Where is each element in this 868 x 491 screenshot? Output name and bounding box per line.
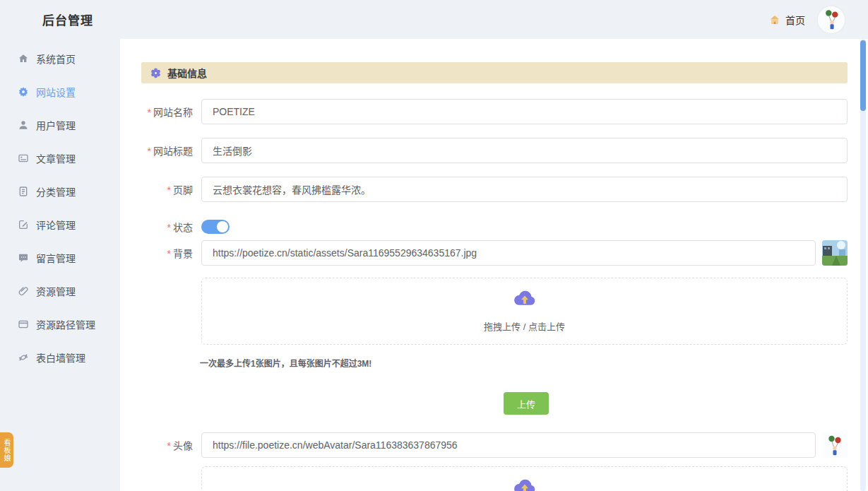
sidebar-item-label: 表白墙管理 bbox=[36, 350, 85, 365]
sidebar-item-comment-management[interactable]: 评论管理 bbox=[0, 208, 120, 241]
required-asterisk: * bbox=[167, 222, 171, 233]
user-icon bbox=[18, 119, 29, 131]
sidebar-item-label: 网站设置 bbox=[36, 85, 76, 99]
gear-icon bbox=[18, 86, 29, 97]
avatar-thumbnail[interactable] bbox=[822, 432, 848, 458]
toggle-knob bbox=[217, 221, 228, 232]
header-right: 首页 bbox=[768, 6, 845, 33]
footer-input[interactable] bbox=[201, 177, 848, 202]
sidebar-item-confession-wall-management[interactable]: 表白墙管理 bbox=[0, 341, 120, 374]
home-link-label: 首页 bbox=[785, 13, 805, 27]
avatar-upload-dropzone[interactable]: 拖拽上传 / 点击上传 bbox=[201, 466, 848, 491]
cloud-upload-icon bbox=[512, 474, 537, 491]
status-toggle[interactable] bbox=[201, 220, 230, 234]
background-upload-dropzone[interactable]: 拖拽上传 / 点击上传 bbox=[201, 278, 848, 345]
form-row-avatar: *头像 bbox=[138, 432, 848, 458]
form-row-site-title: *网站标题 bbox=[138, 138, 848, 163]
top-header: 后台管理 首页 bbox=[0, 0, 868, 39]
candy-icon bbox=[18, 352, 29, 363]
background-url-input[interactable] bbox=[201, 240, 816, 266]
landscape-thumbnail-image bbox=[822, 240, 848, 266]
upload-tip: 一次最多上传1张图片，且每张图片不超过3M! bbox=[200, 357, 371, 369]
sidebar: 系统首页 网站设置 用户管理 文章管理 分类管理 评论管理 bbox=[0, 39, 120, 491]
avatar-label: *头像 bbox=[138, 438, 201, 452]
site-title-label: *网站标题 bbox=[138, 143, 201, 158]
sidebar-item-message-management[interactable]: 留言管理 bbox=[0, 241, 120, 274]
main-content: 基础信息 *网站名称 *网站标题 *页脚 *状态 *背景 bbox=[120, 39, 868, 491]
avatar-thumbnail-image bbox=[822, 432, 848, 458]
scrollbar-thumb[interactable] bbox=[860, 40, 866, 111]
sidebar-item-label: 分类管理 bbox=[36, 184, 76, 199]
sidebar-item-label: 系统首页 bbox=[36, 52, 76, 66]
background-label: *背景 bbox=[138, 246, 201, 260]
site-title-input[interactable] bbox=[201, 138, 848, 163]
sidebar-item-article-management[interactable]: 文章管理 bbox=[0, 141, 120, 174]
home-icon bbox=[18, 53, 29, 64]
category-icon bbox=[18, 186, 29, 197]
status-label: *状态 bbox=[138, 220, 201, 234]
sidebar-item-resource-management[interactable]: 资源管理 bbox=[0, 274, 120, 307]
article-icon bbox=[18, 153, 29, 164]
comment-edit-icon bbox=[18, 219, 29, 230]
user-avatar[interactable] bbox=[818, 6, 845, 33]
house-icon bbox=[768, 13, 781, 26]
site-name-label: *网站名称 bbox=[138, 105, 201, 119]
upload-button[interactable]: 上传 bbox=[504, 392, 549, 415]
form-row-background: *背景 bbox=[138, 240, 848, 266]
floating-tag[interactable]: 看板娘 bbox=[0, 432, 13, 468]
form-row-status: *状态 bbox=[138, 214, 848, 239]
background-thumbnail[interactable] bbox=[822, 240, 848, 266]
dropzone-text: 拖拽上传 / 点击上传 bbox=[484, 319, 565, 333]
form-row-footer: *页脚 bbox=[138, 177, 848, 202]
required-asterisk: * bbox=[167, 248, 171, 259]
sidebar-item-label: 用户管理 bbox=[36, 118, 76, 132]
paperclip-icon bbox=[18, 285, 29, 297]
card-icon bbox=[18, 319, 29, 330]
app-title: 后台管理 bbox=[42, 11, 93, 28]
sidebar-item-label: 资源路径管理 bbox=[36, 317, 95, 331]
sidebar-item-category-management[interactable]: 分类管理 bbox=[0, 174, 120, 208]
cloud-upload-icon bbox=[512, 285, 537, 311]
sidebar-item-site-settings[interactable]: 网站设置 bbox=[0, 75, 120, 108]
sidebar-item-label: 资源管理 bbox=[36, 284, 76, 298]
site-name-input[interactable] bbox=[201, 99, 848, 124]
chat-icon bbox=[18, 252, 29, 264]
sidebar-item-user-management[interactable]: 用户管理 bbox=[0, 108, 120, 141]
required-asterisk: * bbox=[167, 440, 171, 451]
required-asterisk: * bbox=[148, 107, 151, 118]
avatar-cartoon-icon bbox=[818, 6, 845, 33]
avatar-url-input[interactable] bbox=[201, 432, 816, 458]
sidebar-item-system-home[interactable]: 系统首页 bbox=[0, 42, 120, 75]
sidebar-item-label: 评论管理 bbox=[36, 218, 76, 232]
sidebar-item-label: 文章管理 bbox=[36, 151, 76, 165]
section-title: 基础信息 bbox=[167, 66, 207, 80]
footer-label: *页脚 bbox=[138, 182, 201, 196]
flower-gear-icon bbox=[150, 67, 162, 79]
section-header-basic-info: 基础信息 bbox=[141, 62, 848, 83]
form-row-site-name: *网站名称 bbox=[138, 99, 848, 124]
sidebar-item-label: 留言管理 bbox=[36, 251, 76, 265]
required-asterisk: * bbox=[148, 146, 151, 157]
home-link[interactable]: 首页 bbox=[768, 13, 805, 27]
required-asterisk: * bbox=[167, 184, 171, 196]
sidebar-item-resource-path-management[interactable]: 资源路径管理 bbox=[0, 307, 120, 341]
